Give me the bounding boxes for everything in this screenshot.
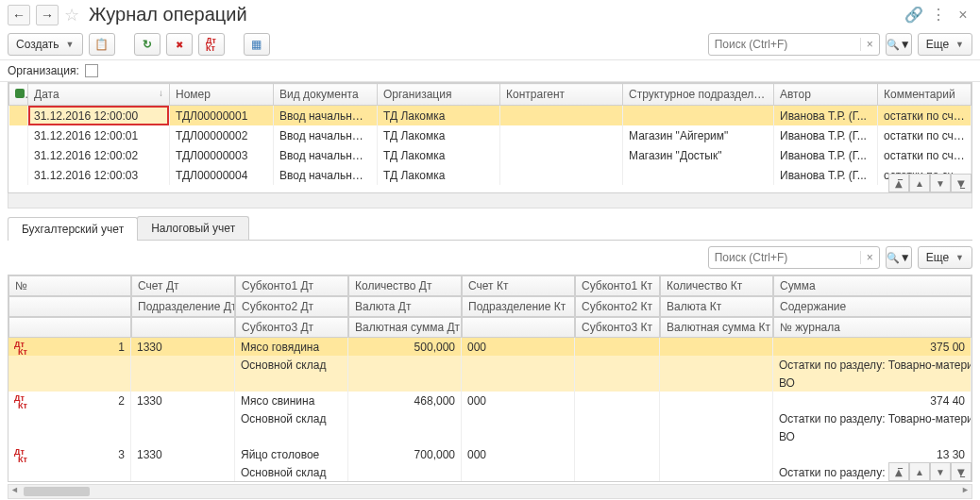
column-header[interactable]: Автор: [774, 84, 878, 106]
column-header[interactable]: Сумма: [773, 275, 972, 296]
search-input[interactable]: [709, 38, 860, 51]
sub-page-first-button[interactable]: ▲̅: [888, 462, 909, 481]
copy-doc-button[interactable]: [89, 33, 115, 56]
more-button[interactable]: Еще▼: [918, 33, 972, 56]
column-header[interactable]: [462, 317, 575, 338]
org-label: Организация:: [8, 64, 79, 77]
operations-table[interactable]: Дата↓НомерВид документаОрганизацияКонтра…: [8, 83, 972, 185]
table-row[interactable]: 31.12.2016 12:00:03ТДЛ00000004Ввод начал…: [9, 165, 972, 185]
search-icon: [887, 251, 900, 264]
search-clear-button[interactable]: ×: [860, 38, 879, 51]
delete-button[interactable]: [166, 33, 193, 56]
posting-row[interactable]: ВО: [8, 427, 972, 445]
column-header[interactable]: Валютная сумма Кт: [660, 317, 773, 338]
close-icon[interactable]: ×: [954, 6, 972, 25]
page-title: Журнал операций: [89, 4, 899, 25]
table-row[interactable]: 31.12.2016 12:00:00ТДЛ00000001Ввод начал…: [9, 106, 972, 126]
forward-button[interactable]: →: [36, 5, 59, 25]
column-header[interactable]: Валютная сумма Дт: [348, 317, 462, 338]
column-header[interactable]: Подразделение Дт: [131, 296, 235, 317]
column-header[interactable]: №: [8, 275, 131, 296]
column-header[interactable]: [8, 317, 131, 338]
column-header[interactable]: [8, 296, 131, 317]
dtkt-icon: ДтКт: [14, 394, 25, 409]
sub-page-last-button[interactable]: ▼̲: [951, 462, 972, 481]
column-header[interactable]: Контрагент: [500, 84, 623, 106]
column-header[interactable]: Субконто2 Кт: [575, 296, 660, 317]
column-header[interactable]: Количество Дт: [348, 275, 462, 296]
page-last-button[interactable]: ▼̲: [951, 174, 972, 192]
posting-row[interactable]: ДтКт 11330Мясо говядина500,000000375 00: [8, 338, 972, 356]
column-header[interactable]: № журнала: [773, 317, 972, 338]
column-header[interactable]: Номер: [170, 84, 274, 106]
postings-table[interactable]: №Счет ДтСубконто1 ДтКоличество ДтСчет Кт…: [8, 275, 972, 482]
table-row[interactable]: 31.12.2016 12:00:01ТДЛ00000002Ввод начал…: [9, 125, 972, 145]
column-header[interactable]: Субконто3 Дт: [235, 317, 348, 338]
column-header[interactable]: Субконто3 Кт: [575, 317, 660, 338]
sub-page-down-button[interactable]: ▼: [930, 462, 951, 481]
sub-page-up-button[interactable]: ▲: [909, 462, 930, 481]
sub-search-input[interactable]: [709, 251, 860, 264]
refresh-icon: [143, 38, 152, 51]
refresh-button[interactable]: [134, 33, 161, 56]
link-icon[interactable]: 🔗: [904, 6, 923, 25]
tab-accounting[interactable]: Бухгалтерский учет: [8, 217, 138, 241]
column-header[interactable]: [9, 84, 28, 106]
column-header[interactable]: Субконто1 Кт: [575, 275, 660, 296]
top-horizontal-scrollbar[interactable]: [8, 193, 972, 208]
posting-row[interactable]: Основной складОстатки по разделу: Товарн…: [8, 463, 972, 481]
tab-tax[interactable]: Налоговый учет: [137, 216, 249, 240]
column-header[interactable]: Количество Кт: [660, 275, 773, 296]
dtkt-icon: ДтКт: [14, 341, 25, 356]
delete-icon: [176, 38, 183, 51]
column-header[interactable]: Субконто2 Дт: [235, 296, 348, 317]
dtkt-button[interactable]: ДтКт: [198, 33, 225, 56]
more-menu-icon[interactable]: ⋮: [929, 6, 948, 25]
column-header[interactable]: Подразделение Кт: [462, 296, 575, 317]
horizontal-scrollbar[interactable]: [8, 484, 972, 499]
posting-row[interactable]: ДтКт 21330Мясо свинина468,000000374 40: [8, 392, 972, 409]
structure-icon: [251, 38, 262, 51]
posting-row[interactable]: ВО: [8, 374, 972, 392]
column-header[interactable]: Комментарий: [878, 84, 972, 106]
dtkt-icon: ДтКт: [206, 37, 216, 52]
structure-button[interactable]: [244, 33, 270, 56]
posting-row[interactable]: ДтКт 31330Яйцо столовое700,00000013 30: [8, 445, 972, 463]
posting-row[interactable]: Основной складОстатки по разделу: Товарн…: [8, 409, 972, 427]
posting-row[interactable]: Основной складОстатки по разделу: Товарн…: [8, 356, 972, 374]
sub-search-button[interactable]: ▼: [886, 246, 912, 269]
create-button[interactable]: Создать▼: [8, 33, 83, 56]
column-header[interactable]: Счет Кт: [462, 275, 575, 296]
page-down-button[interactable]: ▼: [930, 174, 951, 192]
column-header[interactable]: Вид документа: [274, 84, 378, 106]
search-icon: [887, 38, 900, 51]
page-first-button[interactable]: ▲̅: [888, 174, 909, 192]
sub-search-clear-button[interactable]: ×: [860, 251, 879, 264]
page-up-button[interactable]: ▲: [909, 174, 930, 192]
column-header[interactable]: Содержание: [773, 296, 972, 317]
column-header[interactable]: Валюта Дт: [348, 296, 462, 317]
new-doc-icon: [94, 38, 109, 51]
column-header[interactable]: Структурное подразделение: [623, 84, 774, 106]
column-header[interactable]: Субконто1 Дт: [235, 275, 348, 296]
column-header[interactable]: Организация: [378, 84, 500, 106]
org-checkbox[interactable]: [85, 64, 98, 77]
column-header[interactable]: Дата↓: [28, 84, 170, 106]
sub-more-button[interactable]: Еще▼: [918, 246, 972, 269]
dtkt-icon: ДтКт: [14, 448, 25, 463]
search-button[interactable]: ▼: [886, 33, 912, 56]
back-button[interactable]: ←: [8, 5, 30, 25]
column-header[interactable]: [131, 317, 235, 338]
table-row[interactable]: 31.12.2016 12:00:02ТДЛ00000003Ввод начал…: [9, 145, 972, 165]
favorite-icon[interactable]: ☆: [64, 5, 79, 25]
column-header[interactable]: Валюта Кт: [660, 296, 773, 317]
column-header[interactable]: Счет Дт: [131, 275, 235, 296]
